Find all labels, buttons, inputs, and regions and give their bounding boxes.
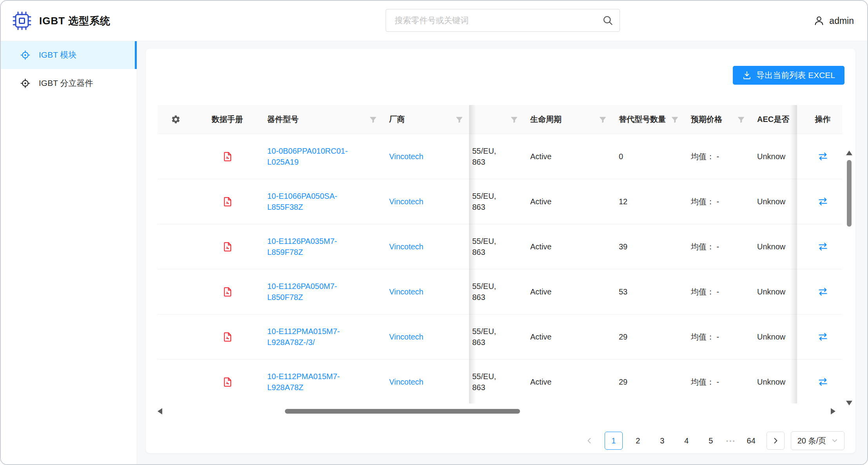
cert-line: 55/EU, — [472, 371, 496, 382]
pagination-page-64[interactable]: 64 — [742, 432, 760, 450]
aec-cell: Unknow — [751, 378, 797, 387]
vertical-scrollbar[interactable] — [845, 151, 854, 405]
pagination-prev[interactable] — [580, 432, 598, 450]
content-card: 导出当前列表 EXCEL 数据手册 器件型号 — [146, 49, 855, 453]
horizontal-scrollbar[interactable] — [158, 407, 835, 416]
cert-line: 863 — [472, 382, 496, 393]
page-size-select[interactable]: 20 条/页 — [791, 431, 844, 450]
manufacturer-link[interactable]: Vincotech — [389, 287, 423, 296]
aec-cell: Unknow — [751, 197, 797, 206]
col-header-settings — [158, 105, 194, 134]
price-cell: 均值： - — [685, 242, 751, 252]
aec-cell: Unknow — [751, 332, 797, 341]
manufacturer-link[interactable]: Vincotech — [389, 332, 423, 341]
col-header-price: 预期价格 — [685, 105, 751, 134]
cert-line: 863 — [472, 292, 496, 303]
filter-icon[interactable] — [456, 116, 463, 123]
pagination-page-1[interactable]: 1 — [605, 432, 623, 450]
search-icon[interactable] — [602, 15, 613, 26]
part-number-link[interactable]: 10-E1126PA050M7-L850F78Z — [267, 281, 364, 303]
pdf-icon[interactable] — [222, 377, 233, 387]
alt-count-cell: 39 — [612, 242, 685, 251]
pagination-page-4[interactable]: 4 — [678, 432, 696, 450]
scroll-down-arrow[interactable] — [846, 401, 852, 405]
download-icon — [742, 71, 752, 80]
col-header-cert — [469, 105, 524, 134]
pdf-icon[interactable] — [222, 151, 233, 162]
pagination-page-2[interactable]: 2 — [629, 432, 647, 450]
col-header-lifecycle: 生命周期 — [524, 105, 612, 134]
cert-cell: 55/EU,863 — [469, 281, 524, 303]
swap-action-icon[interactable] — [817, 331, 828, 342]
pdf-icon[interactable] — [222, 196, 233, 207]
swap-action-icon[interactable] — [817, 196, 828, 207]
pagination-next[interactable] — [767, 432, 785, 450]
pdf-icon[interactable] — [222, 332, 233, 342]
search-input[interactable] — [394, 15, 602, 25]
manufacturer-link[interactable]: Vincotech — [389, 197, 423, 206]
pdf-icon[interactable] — [222, 287, 233, 297]
swap-action-icon[interactable] — [817, 376, 828, 387]
col-header-manufacturer: 厂商 — [383, 105, 469, 134]
alt-count-cell: 29 — [612, 378, 685, 387]
swap-action-icon[interactable] — [817, 241, 828, 252]
aec-cell: Unknow — [751, 152, 797, 161]
filter-icon[interactable] — [671, 116, 678, 123]
col-label: 操作 — [815, 114, 831, 125]
col-header-alt-count: 替代型号数量 — [612, 105, 685, 134]
filter-icon[interactable] — [738, 116, 745, 123]
sidebar-item-igbt-module[interactable]: IGBT 模块 — [1, 41, 137, 69]
vertical-scroll-thumb[interactable] — [847, 160, 852, 227]
part-number-link[interactable]: 10-E112PMA015M7-L928A78Z — [267, 371, 364, 393]
part-number-link[interactable]: 10-E1066PA050SA-L855F38Z — [267, 191, 364, 213]
sidebar-item-igbt-discrete[interactable]: IGBT 分立器件 — [1, 69, 137, 97]
table-header-row: 数据手册 器件型号 厂商 — [158, 105, 842, 134]
pagination-page-3[interactable]: 3 — [653, 432, 671, 450]
export-excel-button[interactable]: 导出当前列表 EXCEL — [733, 66, 844, 85]
datasheet-cell — [194, 151, 261, 162]
user-menu[interactable]: admin — [814, 1, 854, 41]
export-excel-label: 导出当前列表 EXCEL — [756, 70, 835, 81]
cert-line: 863 — [472, 337, 496, 348]
swap-action-icon[interactable] — [817, 151, 828, 162]
col-header-datasheet: 数据手册 — [194, 105, 261, 134]
col-label: 厂商 — [389, 114, 405, 125]
part-number-link[interactable]: 10-E1126PA035M7-L859F78Z — [267, 236, 364, 258]
manufacturer-link[interactable]: Vincotech — [389, 152, 423, 161]
swap-action-icon[interactable] — [817, 286, 828, 297]
aim-icon — [20, 50, 30, 60]
pagination-page-5[interactable]: 5 — [702, 432, 720, 450]
page-size-value: 20 条/页 — [797, 436, 826, 446]
scroll-right-arrow[interactable] — [831, 408, 835, 414]
filter-icon[interactable] — [511, 116, 518, 123]
filter-icon[interactable] — [599, 116, 606, 123]
lifecycle-cell: Active — [524, 152, 612, 161]
lifecycle-cell: Active — [524, 378, 612, 387]
scroll-up-arrow[interactable] — [846, 151, 852, 155]
table-row: 10-0B06PPA010RC01-L025A19 Vincotech 55/E… — [158, 134, 842, 179]
search-box — [386, 9, 620, 32]
app-header: IGBT 选型系统 admin — [1, 1, 867, 41]
cert-line: 55/EU, — [472, 145, 496, 156]
lifecycle-cell: Active — [524, 197, 612, 206]
lifecycle-cell: Active — [524, 287, 612, 296]
app-title: IGBT 选型系统 — [39, 14, 111, 28]
manufacturer-link[interactable]: Vincotech — [389, 242, 423, 251]
user-icon — [814, 15, 825, 26]
scroll-left-arrow[interactable] — [158, 408, 162, 414]
aec-cell: Unknow — [751, 242, 797, 251]
col-header-actions: 操作 — [803, 105, 842, 134]
manufacturer-link[interactable]: Vincotech — [389, 378, 423, 387]
part-number-link[interactable]: 10-E112PMA015M7-L928A78Z-/3/ — [267, 326, 364, 348]
column-settings-gear-icon[interactable] — [171, 114, 181, 124]
part-number-link[interactable]: 10-0B06PPA010RC01-L025A19 — [267, 145, 364, 167]
price-cell: 均值： - — [685, 287, 751, 297]
cert-line: 863 — [472, 156, 496, 167]
pdf-icon[interactable] — [222, 242, 233, 252]
filter-icon[interactable] — [370, 116, 377, 123]
horizontal-scroll-thumb[interactable] — [285, 409, 520, 414]
sidebar: IGBT 模块 IGBT 分立器件 — [1, 41, 137, 465]
pagination-ellipsis[interactable]: ••• — [726, 438, 736, 444]
table-row: 10-E1066PA050SA-L855F38Z Vincotech 55/EU… — [158, 179, 842, 224]
cert-cell: 55/EU,863 — [469, 326, 524, 348]
